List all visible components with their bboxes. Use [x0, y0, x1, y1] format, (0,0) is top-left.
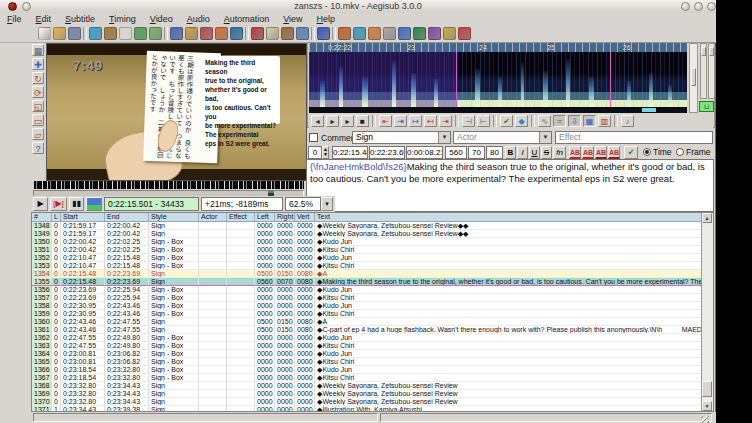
- commit-button[interactable]: ✔: [624, 146, 638, 159]
- detach-video-icon[interactable]: [383, 27, 396, 40]
- play-to-file-end-icon[interactable]: ⇥: [439, 115, 452, 127]
- styles-manager-icon[interactable]: [200, 27, 213, 40]
- outline-color-button[interactable]: AB: [595, 146, 607, 159]
- table-row[interactable]: 136800:23:32.800:23:34.43Sign00000000000…: [32, 382, 713, 390]
- table-row[interactable]: 136300:22:47.550:22:49.80Sign - Box00000…: [32, 342, 713, 350]
- grid-column-header-num[interactable]: #: [32, 213, 52, 221]
- table-row[interactable]: 136600:23:18.540:23:32.80Sign - Box00000…: [32, 366, 713, 374]
- check-updates-icon[interactable]: [428, 27, 441, 40]
- table-row[interactable]: 135200:22:10.470:22:15.48Sign - Box00000…: [32, 254, 713, 262]
- margin-left-field[interactable]: 560: [445, 146, 467, 159]
- zoom-dropdown-arrow-icon[interactable]: ▼: [321, 197, 333, 211]
- menu-item-audio[interactable]: Audio: [180, 13, 217, 26]
- table-row[interactable]: 135100:22:00.420:22:02.25Sign - Box00000…: [32, 246, 713, 254]
- grid-column-header-actor[interactable]: Actor: [199, 213, 227, 221]
- play-line-button[interactable]: [▶]: [50, 197, 67, 211]
- grid-scroll-thumb[interactable]: [702, 381, 712, 397]
- audio-horizontal-scrollbar[interactable]: [309, 107, 687, 113]
- table-row[interactable]: 134900:21:59.170:22:00.42Sign00000000000…: [32, 230, 713, 238]
- audio-spectrogram[interactable]: [309, 52, 687, 107]
- table-row[interactable]: 136200:22:47.550:22:49.80Sign - Box00000…: [32, 334, 713, 342]
- grid-column-header-l[interactable]: L: [52, 213, 61, 221]
- minimize-button[interactable]: [681, 2, 690, 11]
- styling-assistant-icon[interactable]: [251, 27, 264, 40]
- audio-zoom-handle[interactable]: [701, 47, 706, 56]
- open-audio-icon[interactable]: [368, 27, 381, 40]
- audio-hscroll-thumb[interactable]: [642, 108, 656, 112]
- menu-item-help[interactable]: Help: [310, 13, 343, 26]
- karaoke-split-button[interactable]: ⊔: [699, 101, 714, 112]
- help-icon[interactable]: ?: [32, 142, 44, 154]
- frame-radio[interactable]: [676, 148, 684, 156]
- table-row[interactable]: 137000:23:32.800:23:34.43Sign00000000000…: [32, 398, 713, 406]
- fonts-collector-icon[interactable]: [215, 27, 228, 40]
- play-right-icon[interactable]: ▸: [326, 115, 339, 127]
- lead-in-icon[interactable]: ⊣: [462, 115, 475, 127]
- drag-icon[interactable]: ✚: [32, 58, 44, 70]
- go-to-selection-icon[interactable]: ◆: [515, 115, 528, 127]
- underline-button[interactable]: U: [529, 146, 540, 159]
- auto-seek-toggle-icon[interactable]: [86, 197, 102, 211]
- table-row[interactable]: 135400:22:15.480:22:23.69Sign05000150008…: [32, 270, 713, 278]
- help-icon[interactable]: [443, 27, 456, 40]
- open-video-icon[interactable]: [353, 27, 366, 40]
- subtitle-text-editor[interactable]: {\fnJaneHmkBold\fs26}Making the third se…: [306, 159, 714, 212]
- table-row[interactable]: 135900:22:30.950:22:43.46Sign - Box00000…: [32, 310, 713, 318]
- save-file-icon[interactable]: [68, 27, 81, 40]
- actor-dropdown-arrow-icon[interactable]: ▼: [539, 132, 551, 143]
- start-time-field[interactable]: 0:22:15.48: [332, 146, 368, 159]
- scroll-down-icon[interactable]: ▼: [702, 401, 712, 411]
- shift-times-icon[interactable]: [104, 27, 117, 40]
- table-row[interactable]: 136000:22:43.460:22:47.55Sign05000150008…: [32, 318, 713, 326]
- menu-item-timing[interactable]: Timing: [102, 13, 143, 26]
- scroll-up-icon[interactable]: ▲: [702, 213, 712, 223]
- jump-to-icon[interactable]: [89, 27, 102, 40]
- rotate-z-icon[interactable]: ↻: [32, 72, 44, 84]
- automation-icon[interactable]: [338, 27, 351, 40]
- play-500-before-icon[interactable]: ⇤: [379, 115, 392, 127]
- auto-next-line-icon[interactable]: ⇩: [568, 115, 581, 127]
- margin-vertical-field[interactable]: 80: [486, 146, 503, 159]
- table-row[interactable]: 135700:22:23.690:22:25.94Sign - Box00000…: [32, 294, 713, 302]
- table-row[interactable]: 135600:22:23.690:22:25.94Sign - Box00000…: [32, 286, 713, 294]
- end-time-field[interactable]: 0:22:23.69: [369, 146, 405, 159]
- open-file-icon[interactable]: [53, 27, 66, 40]
- table-row[interactable]: 136500:23:00.810:23:06.82Sign - Box00000…: [32, 358, 713, 366]
- table-row[interactable]: 135800:22:30.950:22:43.46Sign - Box00000…: [32, 302, 713, 310]
- video-time-display[interactable]: 0:22:15.501 - 34433: [104, 197, 199, 211]
- table-row[interactable]: 136900:23:32.800:23:34.43Sign00000000000…: [32, 390, 713, 398]
- italic-button[interactable]: I: [517, 146, 528, 159]
- audio-volume-slider[interactable]: [708, 43, 715, 99]
- video-offset-display[interactable]: +21ms; -8189ms: [201, 197, 283, 211]
- effect-input[interactable]: Effect: [555, 131, 713, 144]
- log-window-icon[interactable]: [458, 27, 471, 40]
- audio-timeline[interactable]: 0:22:2223242526: [309, 43, 687, 52]
- menu-item-view[interactable]: View: [276, 13, 309, 26]
- video-display[interactable]: 7:49 三期は原作通りでいいのか 良くも悪くも原作しすぎていて つまらないです…: [46, 43, 307, 181]
- select-lines-icon[interactable]: [134, 27, 147, 40]
- auto-commit-icon[interactable]: ≈: [553, 115, 566, 127]
- play-left-icon[interactable]: ◂: [311, 115, 324, 127]
- audio-vertical-scrollbar[interactable]: [689, 43, 698, 113]
- waveform-mode-icon[interactable]: ▥: [598, 115, 611, 127]
- sort-lines-icon[interactable]: [119, 27, 132, 40]
- time-radio[interactable]: [643, 148, 651, 156]
- grid-column-header-effect[interactable]: Effect: [227, 213, 255, 221]
- font-face-button[interactable]: fn: [553, 146, 566, 159]
- options-icon[interactable]: [413, 27, 426, 40]
- kanji-timer-icon[interactable]: [281, 27, 294, 40]
- attachments-icon[interactable]: [185, 27, 198, 40]
- stop-icon[interactable]: ■: [356, 115, 369, 127]
- strikeout-button[interactable]: S: [541, 146, 552, 159]
- assdraw-icon[interactable]: [317, 27, 330, 40]
- audio-zoom-slider[interactable]: [700, 43, 707, 99]
- grid-column-header-start[interactable]: Start: [61, 213, 105, 221]
- margin-right-field[interactable]: 70: [468, 146, 485, 159]
- vector-clip-icon[interactable]: ▱: [32, 128, 44, 140]
- rectangular-clip-icon[interactable]: ▭: [32, 114, 44, 126]
- grid-column-header-left[interactable]: Left: [255, 213, 275, 221]
- titlebar[interactable]: zanszs - 10.mkv - Aegisub 3.0.0: [0, 0, 716, 14]
- grid-scrollbar[interactable]: ▲ ▼: [701, 213, 713, 411]
- style-select[interactable]: Sign ▼: [352, 131, 451, 144]
- bold-button[interactable]: B: [505, 146, 516, 159]
